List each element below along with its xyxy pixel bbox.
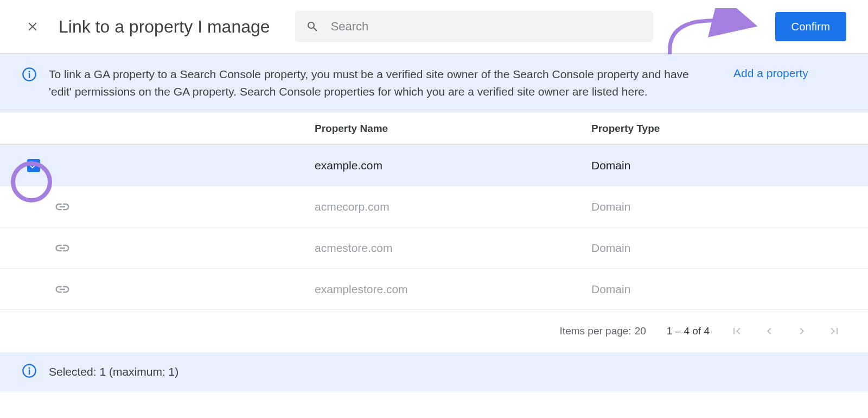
ipp-label: Items per page:	[560, 325, 631, 337]
selection-footer: Selected: 1 (maximum: 1)	[0, 352, 868, 391]
svg-rect-3	[29, 369, 30, 374]
search-field[interactable]	[295, 11, 653, 42]
info-banner: To link a GA property to a Search Consol…	[0, 53, 868, 112]
table-header: Property Name Property Type	[0, 112, 868, 145]
search-input[interactable]	[331, 20, 642, 34]
property-table: Property Name Property Type example.com …	[0, 112, 868, 310]
add-property-link[interactable]: Add a property	[733, 67, 808, 80]
table-row[interactable]: acmecorp.com Domain	[0, 186, 868, 227]
ipp-value[interactable]: 20	[635, 325, 646, 337]
col-header-name: Property Name	[315, 123, 591, 135]
next-page-button[interactable]	[795, 325, 808, 338]
info-icon	[22, 363, 37, 381]
last-page-icon	[828, 325, 841, 338]
dialog-header: Link to a property I manage Confirm	[0, 0, 868, 53]
row-type: Domain	[591, 200, 868, 213]
row-name: acmestore.com	[315, 242, 591, 255]
close-icon	[25, 20, 40, 34]
link-icon	[54, 199, 71, 215]
dialog-title: Link to a property I manage	[59, 17, 270, 37]
svg-rect-1	[29, 73, 30, 78]
row-name: acmecorp.com	[315, 200, 591, 213]
last-page-button[interactable]	[828, 325, 841, 338]
col-header-type: Property Type	[591, 123, 868, 135]
row-type: Domain	[591, 159, 868, 172]
pagination: Items per page: 20 1 – 4 of 4	[0, 310, 868, 352]
table-row[interactable]: acmestore.com Domain	[0, 227, 868, 269]
svg-point-0	[28, 71, 30, 72]
info-text: To link a GA property to a Search Consol…	[49, 66, 700, 100]
page-range: 1 – 4 of 4	[667, 325, 710, 337]
selected-count-text: Selected: 1 (maximum: 1)	[49, 365, 178, 378]
confirm-button[interactable]: Confirm	[775, 12, 846, 41]
search-icon	[306, 20, 319, 34]
prev-page-button[interactable]	[763, 325, 776, 338]
row-type: Domain	[591, 283, 868, 296]
first-page-button[interactable]	[730, 325, 743, 338]
link-icon	[54, 281, 71, 297]
row-type: Domain	[591, 242, 868, 255]
row-checkbox[interactable]	[27, 159, 40, 172]
row-name: example.com	[315, 159, 591, 172]
chevron-right-icon	[795, 325, 808, 338]
link-icon	[54, 240, 71, 256]
row-name: examplestore.com	[315, 283, 591, 296]
first-page-icon	[730, 325, 743, 338]
close-button[interactable]	[22, 16, 43, 37]
chevron-left-icon	[763, 325, 776, 338]
table-row[interactable]: examplestore.com Domain	[0, 269, 868, 310]
check-icon	[29, 161, 39, 170]
info-icon	[22, 67, 37, 84]
table-row[interactable]: example.com Domain	[0, 145, 868, 186]
svg-point-2	[28, 367, 30, 369]
